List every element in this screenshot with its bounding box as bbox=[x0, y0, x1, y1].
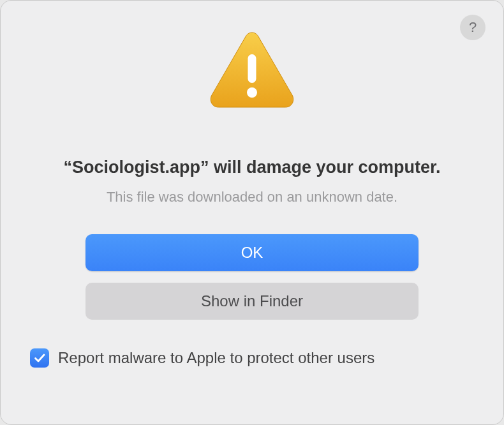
dialog-subtitle: This file was downloaded on an unknown d… bbox=[107, 189, 397, 205]
dialog-title: “Sociologist.app” will damage your compu… bbox=[63, 158, 440, 177]
svg-point-1 bbox=[247, 87, 257, 98]
malware-warning-dialog: ? “Sociologist.app” will damage your com… bbox=[0, 0, 504, 425]
report-malware-label: Report malware to Apple to protect other… bbox=[58, 349, 374, 367]
show-in-finder-button[interactable]: Show in Finder bbox=[85, 283, 419, 320]
report-malware-row: Report malware to Apple to protect other… bbox=[30, 348, 374, 368]
warning-icon bbox=[207, 29, 297, 113]
svg-rect-0 bbox=[248, 54, 256, 83]
button-stack: OK Show in Finder bbox=[85, 234, 419, 320]
report-malware-checkbox[interactable] bbox=[30, 348, 49, 368]
help-button[interactable]: ? bbox=[460, 15, 485, 40]
checkmark-icon bbox=[33, 352, 46, 364]
ok-button[interactable]: OK bbox=[85, 234, 419, 271]
help-icon: ? bbox=[469, 19, 477, 36]
